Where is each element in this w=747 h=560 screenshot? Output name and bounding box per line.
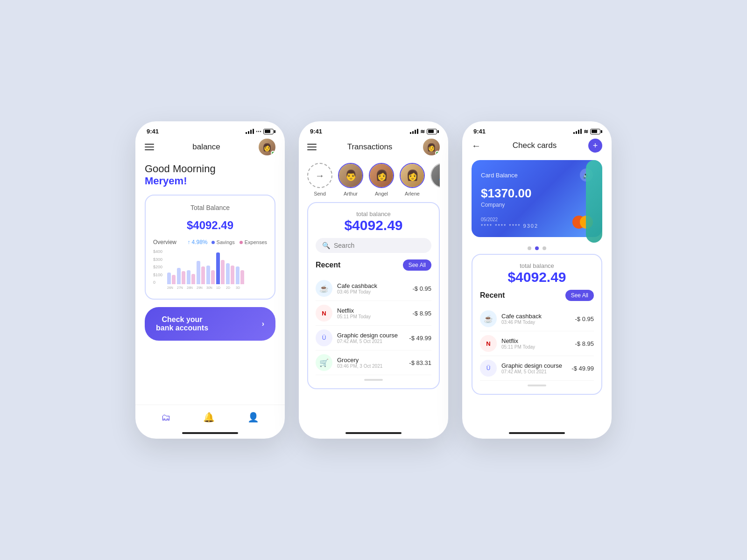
- other-avatar: 👤: [430, 163, 440, 188]
- status-bar-2: 9:41 ≋: [299, 121, 448, 139]
- home-indicator-2: [345, 432, 402, 434]
- card-company: Company: [481, 202, 593, 208]
- nav-title-1: balance: [192, 142, 220, 152]
- contact-arthur[interactable]: 👨 Arthur: [338, 163, 363, 196]
- send-button[interactable]: →: [307, 163, 332, 188]
- netflix-icon: N: [316, 305, 332, 322]
- tx-grocery[interactable]: 🛒 Grocery 03:46 PM, 3 Oct 2021 -$ 83.31: [316, 350, 431, 375]
- avatar-2[interactable]: 👩: [423, 139, 440, 155]
- bottom-nav-1: 🗂 🔔 👤: [135, 405, 285, 432]
- tx-cafe[interactable]: ☕ Cafe cashback 03:46 PM Today -$ 0.95: [316, 276, 431, 301]
- arlene-avatar: 👩: [400, 163, 425, 188]
- phone-cards: 9:41 ≋ ← Check cards +: [462, 121, 612, 439]
- tx3-cafe[interactable]: ☕ Cafe cashback 03:46 PM Today -$ 0.95: [480, 307, 594, 331]
- add-card-button[interactable]: +: [588, 139, 602, 153]
- status-bar-3: 9:41 ≋: [462, 121, 612, 139]
- time-1: 9:41: [147, 128, 159, 135]
- grocery-icon: 🛒: [316, 354, 332, 371]
- check-bank-button[interactable]: Check your bank accounts ›: [145, 307, 275, 341]
- status-icons-3: ≋: [573, 128, 600, 135]
- inner-balance-label-3: total balance: [480, 262, 594, 269]
- tx-grocery-info: Grocery 03:46 PM, 3 Oct 2021: [337, 357, 404, 369]
- wifi-icon-1: ⋅⋅⋅: [256, 128, 261, 135]
- contact-angel[interactable]: 👩 Angel: [369, 163, 394, 196]
- netflix-icon-3: N: [480, 335, 497, 352]
- card-bottom: 05/2022 **** **** **** 9302: [481, 216, 593, 229]
- nav-row-2: Transactions 👩: [307, 139, 440, 155]
- see-all-button-2[interactable]: See All: [403, 259, 431, 271]
- inner-balance-amount-3: $4092.49: [480, 269, 594, 285]
- dot-3: [543, 246, 546, 250]
- wallet-nav-icon[interactable]: 🗂: [161, 412, 170, 423]
- greeting-name-1: Meryem!: [145, 175, 275, 187]
- nav-row-1: balance 👩: [145, 139, 275, 155]
- balance-amount-1: $4092.49: [153, 213, 267, 233]
- greeting-1: Good Moorning Meryem!: [145, 163, 275, 187]
- balance-dollar-1: $: [187, 219, 193, 231]
- udemy-icon-3: Ü: [480, 360, 497, 377]
- balance-card-1: Total Balance $4092.49 Overview ↑4.98% S…: [145, 195, 275, 300]
- credit-card: Card Balance 🔊 $1370.00 Company 05/2022 …: [472, 160, 602, 237]
- inner-card-3: total balance $4092.49 Recent See All ☕ …: [472, 254, 602, 395]
- card-balance-label: Card Balance: [481, 172, 518, 179]
- angel-avatar: 👩: [369, 163, 394, 188]
- bars-row: [167, 249, 267, 284]
- tx3-netflix-info: Netflix 05:11 PM Today: [501, 337, 571, 350]
- chart-x-labels: 26N 27N 28N 29N 30N 1D 2D 3D: [167, 286, 267, 289]
- scroll-indicator-3: [528, 385, 546, 386]
- recent-header: Recent See All: [316, 259, 431, 271]
- tx-udemy[interactable]: Ü Graphic design course 07:42 AM, 5 Oct …: [316, 326, 431, 350]
- back-button[interactable]: ←: [472, 140, 481, 151]
- battery-icon-2: [427, 129, 437, 134]
- menu-button-1[interactable]: [145, 144, 154, 150]
- chart-svg: $400$300$200$1000: [153, 249, 267, 291]
- tx-netflix[interactable]: N Netflix 05:11 PM Today -$ 8.95: [316, 301, 431, 326]
- greeting-text-1: Good Moorning: [145, 163, 275, 175]
- nav-title-2: Transactions: [347, 142, 393, 152]
- recent-header-3: Recent See All: [480, 290, 594, 301]
- card-date: 05/2022: [481, 217, 538, 222]
- inner-balance-amount-2: $4092.49: [316, 217, 431, 233]
- phone2-content: Transactions 👩 → Send 👨 Arthur: [299, 139, 448, 432]
- search-bar[interactable]: 🔍: [316, 238, 431, 253]
- dot-2: [535, 246, 539, 250]
- tx-cafe-info: Cafe cashback 03:46 PM Today: [337, 282, 408, 294]
- tx3-netflix[interactable]: N Netflix 05:11 PM Today -$ 8.95: [480, 331, 594, 356]
- phone-balance: 9:41 ⋅⋅⋅ balance 👩: [135, 121, 285, 439]
- status-bar-1: 9:41 ⋅⋅⋅: [135, 121, 285, 139]
- time-3: 9:41: [473, 128, 486, 135]
- overview-label: Overview: [153, 239, 176, 245]
- inner-balance-label-2: total balance: [316, 210, 431, 217]
- battery-icon-3: [590, 129, 600, 134]
- udemy-icon: Ü: [316, 329, 332, 346]
- card-amount: $1370.00: [481, 186, 593, 201]
- chart-area: Overview ↑4.98% Savings Expenses: [153, 239, 267, 291]
- tx3-udemy[interactable]: Ü Graphic design course 07:42 AM, 5 Oct …: [480, 356, 594, 381]
- arthur-avatar: 👨: [338, 163, 363, 188]
- phones-container: 9:41 ⋅⋅⋅ balance 👩: [135, 121, 612, 439]
- home-indicator-3: [509, 432, 565, 434]
- cafe-icon-3: ☕: [480, 310, 497, 327]
- contact-other[interactable]: 👤 ...: [430, 163, 440, 196]
- chart-main: 26N 27N 28N 29N 30N 1D 2D 3D: [167, 249, 267, 289]
- send-contact[interactable]: → Send: [307, 163, 332, 196]
- battery-icon-1: [263, 129, 274, 134]
- back-row: ← Check cards +: [472, 139, 602, 153]
- contact-arlene[interactable]: 👩 Arlene: [400, 163, 425, 196]
- contacts-row: → Send 👨 Arthur 👩 Angel: [307, 163, 440, 196]
- search-input[interactable]: [334, 242, 425, 249]
- tx-udemy-info: Graphic design course 07:42 AM, 5 Oct 20…: [337, 332, 404, 344]
- tx-netflix-info: Netflix 05:11 PM Today: [337, 307, 408, 319]
- avatar-1[interactable]: 👩: [259, 139, 275, 155]
- home-indicator-1: [182, 432, 238, 434]
- person-nav-icon[interactable]: 👤: [247, 412, 259, 423]
- menu-button-2[interactable]: [307, 144, 317, 150]
- bell-nav-icon[interactable]: 🔔: [203, 412, 215, 423]
- balance-label-1: Total Balance: [153, 204, 267, 211]
- phone3-content: ← Check cards + Card Balance 🔊 $1370.00 …: [462, 139, 612, 432]
- card-number: **** **** **** 9302: [481, 223, 538, 229]
- card-dots: [472, 246, 602, 250]
- cards-title: Check cards: [513, 141, 557, 150]
- see-all-button-3[interactable]: See All: [565, 290, 594, 301]
- status-icons-1: ⋅⋅⋅: [246, 128, 274, 135]
